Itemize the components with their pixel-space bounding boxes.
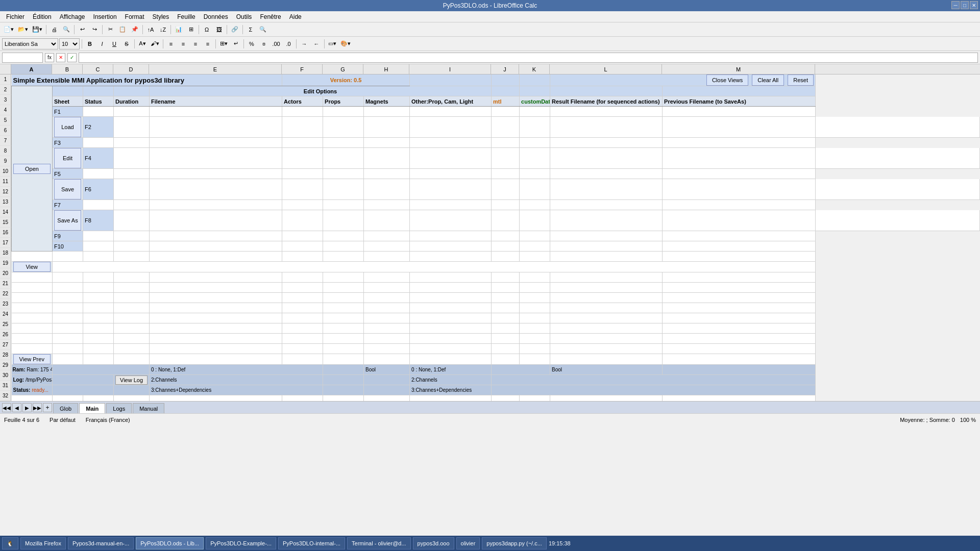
tab-nav-last[interactable]: ▶▶ bbox=[33, 403, 42, 412]
reset-button[interactable]: Reset bbox=[788, 74, 814, 86]
row-header-2[interactable]: 2 bbox=[0, 85, 11, 95]
cell-J13[interactable] bbox=[492, 241, 520, 252]
cell-K7[interactable] bbox=[550, 148, 663, 169]
cell-D9[interactable] bbox=[150, 179, 282, 200]
cell-J7[interactable] bbox=[520, 148, 550, 169]
cell-E6[interactable] bbox=[150, 138, 282, 148]
cell-I7[interactable] bbox=[492, 148, 520, 169]
menu-insertion[interactable]: Insertion bbox=[89, 12, 121, 21]
cell-E2[interactable]: Edit Options bbox=[150, 86, 492, 96]
justify-btn[interactable]: ≡ bbox=[202, 38, 213, 49]
bold-btn[interactable]: B bbox=[84, 38, 95, 49]
row-header-8[interactable]: 8 bbox=[0, 146, 11, 156]
col-header-C[interactable]: C bbox=[83, 64, 113, 74]
cell-M5[interactable] bbox=[816, 117, 980, 138]
col-header-L[interactable]: L bbox=[550, 64, 662, 74]
cell-L12[interactable] bbox=[550, 231, 663, 241]
taskbar-terminal[interactable]: Terminal - olivier@d... bbox=[347, 537, 411, 549]
cell-H11[interactable] bbox=[410, 210, 492, 231]
col-header-F[interactable]: F bbox=[282, 64, 323, 74]
viewprev-sidebar-btn[interactable]: View Prev bbox=[13, 354, 51, 364]
cell-B10[interactable]: F7 bbox=[53, 200, 83, 210]
cell-G6[interactable] bbox=[323, 138, 364, 148]
cell-G4[interactable] bbox=[323, 107, 364, 117]
cell-A22[interactable] bbox=[12, 334, 53, 344]
cell-G9[interactable] bbox=[364, 179, 410, 200]
cell-F10[interactable] bbox=[282, 200, 323, 210]
taskbar-calc[interactable]: PyPos3DLO.ods - Lib... bbox=[136, 537, 204, 549]
menu-edition[interactable]: Édition bbox=[29, 12, 56, 21]
cell-L4[interactable] bbox=[550, 107, 663, 117]
col-header-K[interactable]: K bbox=[519, 64, 550, 74]
cell-D3[interactable]: Duration bbox=[114, 96, 150, 107]
cell-H12[interactable] bbox=[364, 231, 410, 241]
cell-D7[interactable] bbox=[150, 148, 282, 169]
view-sidebar-btn[interactable]: View bbox=[13, 262, 51, 272]
cell-D13[interactable] bbox=[114, 241, 150, 252]
cell-K9[interactable] bbox=[550, 179, 663, 200]
menu-format[interactable]: Format bbox=[121, 12, 149, 21]
row-header-3[interactable]: 3 bbox=[0, 95, 11, 105]
cell-I5[interactable] bbox=[492, 117, 520, 138]
row-header-13[interactable]: 13 bbox=[0, 197, 11, 207]
cell-K3[interactable]: customData bbox=[520, 96, 550, 107]
row-header-11[interactable]: 11 bbox=[0, 177, 11, 187]
align-center-btn[interactable]: ≡ bbox=[178, 38, 189, 49]
decimal-remove-btn[interactable]: .0 bbox=[283, 38, 294, 49]
cell-C11[interactable] bbox=[114, 210, 150, 231]
cell-K8[interactable] bbox=[520, 169, 550, 179]
sort-asc-btn[interactable]: ↑A bbox=[145, 24, 156, 35]
cell-I13[interactable] bbox=[410, 241, 492, 252]
col-header-I[interactable]: I bbox=[409, 64, 491, 74]
cell-G8[interactable] bbox=[323, 169, 364, 179]
cell-I11[interactable] bbox=[492, 210, 520, 231]
cell-I1[interactable] bbox=[410, 74, 492, 86]
cell-A11[interactable]: Save As bbox=[53, 210, 83, 231]
cell-C6[interactable] bbox=[83, 138, 114, 148]
taskbar-example[interactable]: PyPos3DLO-Example-... bbox=[206, 537, 276, 549]
row-header-19[interactable]: 19 bbox=[0, 258, 11, 268]
load-sidebar-btn[interactable]: Load bbox=[54, 117, 81, 137]
cell-E8[interactable] bbox=[150, 169, 282, 179]
save-sidebar-btn[interactable]: Save bbox=[54, 179, 81, 199]
open-btn[interactable]: 📂▾ bbox=[16, 24, 30, 35]
cell-J6[interactable] bbox=[492, 138, 520, 148]
cell-K11[interactable] bbox=[550, 210, 663, 231]
cell-I4[interactable] bbox=[410, 107, 492, 117]
cell-E13[interactable] bbox=[150, 241, 282, 252]
cell-E4[interactable] bbox=[150, 107, 282, 117]
row-header-10[interactable]: 10 bbox=[0, 166, 11, 177]
taskbar-pyapp[interactable]: pypos3dapp.py (~/.c... bbox=[482, 537, 547, 549]
cell-G5[interactable] bbox=[364, 117, 410, 138]
cell-A9[interactable]: Save bbox=[53, 179, 83, 200]
cell-A27[interactable]: Status: ready... bbox=[12, 385, 53, 395]
cell-K12[interactable] bbox=[520, 231, 550, 241]
row-header-24[interactable]: 24 bbox=[0, 309, 11, 319]
tab-logs[interactable]: Logs bbox=[106, 403, 132, 413]
row-header-25[interactable]: 25 bbox=[0, 319, 11, 330]
merge-btn[interactable]: ⊞▾ bbox=[218, 38, 229, 49]
underline-btn[interactable]: U bbox=[109, 38, 120, 49]
menu-fichier[interactable]: Fichier bbox=[2, 12, 29, 21]
cell-E3[interactable]: Filename bbox=[150, 96, 282, 107]
row-header-16[interactable]: 16 bbox=[0, 228, 11, 238]
cell-M4[interactable] bbox=[663, 107, 816, 117]
cell-F11[interactable] bbox=[323, 210, 364, 231]
col-header-M[interactable]: M bbox=[662, 64, 815, 74]
cell-F7[interactable] bbox=[323, 148, 364, 169]
saveas-sidebar-btn[interactable]: Save As bbox=[54, 210, 81, 231]
col-header-J[interactable]: J bbox=[491, 64, 519, 74]
cell-M7[interactable] bbox=[816, 148, 980, 169]
cell-L6[interactable] bbox=[550, 138, 663, 148]
print-preview-btn[interactable]: 🔍 bbox=[61, 24, 72, 35]
cell-I3[interactable]: Other:Prop, Cam, Light bbox=[410, 96, 492, 107]
cell-E5[interactable] bbox=[282, 117, 323, 138]
cell-B3[interactable]: Sheet bbox=[53, 96, 83, 107]
cell-L13[interactable] bbox=[550, 241, 663, 252]
cell-B2[interactable] bbox=[53, 86, 83, 96]
tab-nav-first[interactable]: ◀◀ bbox=[2, 403, 11, 412]
col-header-D[interactable]: D bbox=[113, 64, 149, 74]
open-sidebar-btn[interactable]: Open bbox=[13, 164, 51, 174]
cell-D10[interactable] bbox=[114, 200, 150, 210]
cell-B7[interactable]: F4 bbox=[83, 148, 114, 169]
